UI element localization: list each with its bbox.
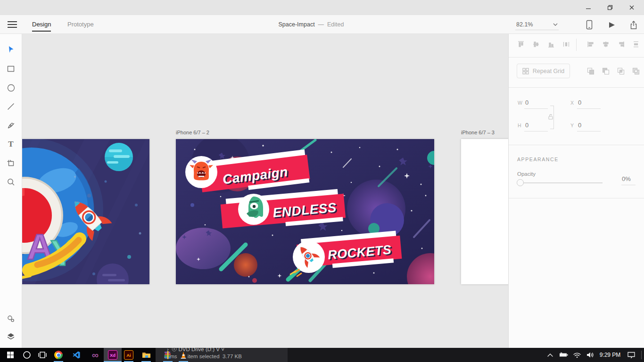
taskbar-explorer-button[interactable] — [139, 348, 153, 362]
tab-prototype[interactable]: Prototype — [67, 15, 94, 34]
artboard-iphone-3[interactable] — [461, 139, 508, 284]
tool-zoom[interactable] — [6, 177, 16, 187]
tray-clock[interactable]: 9:29 PM — [596, 348, 624, 362]
opacity-slider-knob[interactable] — [517, 179, 524, 186]
speaker-icon — [586, 352, 594, 358]
opacity-value[interactable]: 0% — [622, 175, 631, 182]
boolean-intersect-icon — [617, 67, 625, 75]
boolean-subtract-button[interactable] — [602, 67, 610, 75]
align-right-icon — [617, 41, 625, 48]
visual-studio-icon: ∞ — [92, 350, 99, 360]
artboard-label-iphone-2[interactable]: iPhone 6/7 – 2 — [176, 130, 209, 135]
restore-button[interactable] — [599, 0, 621, 15]
height-field-value[interactable]: 0 — [525, 122, 528, 129]
distribute-vertical-button[interactable] — [632, 41, 640, 48]
drive-chevron: ˅ — [221, 348, 224, 352]
boolean-exclude-button[interactable] — [632, 67, 640, 75]
minimize-button[interactable] — [578, 0, 599, 15]
align-center-horizontal-button[interactable] — [602, 41, 610, 48]
tool-text[interactable]: T — [6, 139, 16, 149]
taskbar-vscode-button[interactable] — [69, 348, 83, 362]
align-left-button[interactable] — [587, 41, 594, 48]
cortana-search-button[interactable] — [20, 348, 34, 362]
height-field-underline — [524, 131, 548, 132]
x-field-value[interactable]: 0 — [578, 99, 581, 106]
chrome-icon — [54, 351, 63, 359]
task-view-button[interactable] — [35, 348, 50, 362]
tool-ellipse[interactable] — [6, 82, 16, 93]
y-field-label: Y — [570, 123, 574, 128]
share-button[interactable] — [628, 19, 639, 31]
artboard-iphone-2[interactable]: Campaign Campaign — [176, 139, 434, 284]
align-left-icon — [587, 41, 594, 48]
adobe-illustrator-icon: Ai — [124, 350, 133, 360]
file-explorer-icon — [142, 351, 151, 359]
artboard-iphone-1[interactable]: A Y — [22, 139, 149, 284]
taskbar-xd-button-active[interactable]: Xd — [104, 348, 122, 362]
align-right-button[interactable] — [617, 41, 625, 48]
align-middle-vertical-button[interactable] — [532, 41, 540, 48]
explorer-statusbar-peek: items 1 item selected 3.77 KB — [164, 354, 242, 359]
tool-line[interactable] — [6, 101, 16, 112]
select-cursor-icon — [6, 45, 16, 55]
repeat-grid-icon — [522, 68, 529, 74]
cortana-circle-icon — [23, 351, 31, 359]
align-middle-vertical-icon — [532, 41, 540, 48]
tool-layers[interactable] — [6, 331, 16, 342]
align-bottom-button[interactable] — [547, 41, 555, 48]
x-field-label: X — [570, 100, 574, 106]
desktop-preview-button[interactable] — [606, 19, 617, 31]
tool-artboard[interactable] — [6, 158, 16, 168]
taskbar-vlc-button[interactable] — [176, 348, 190, 362]
battery-icon — [559, 352, 569, 358]
tool-rectangle[interactable] — [6, 64, 16, 74]
show-desktop-button[interactable] — [641, 351, 642, 359]
design-canvas[interactable]: A Y — [22, 34, 508, 348]
taskbar-winrar-button[interactable] — [161, 348, 175, 362]
tool-select[interactable] — [6, 45, 16, 55]
aspect-lock-toggle[interactable] — [548, 113, 553, 122]
text-tool-icon: T — [8, 140, 13, 149]
opacity-slider-track[interactable] — [520, 182, 603, 183]
artboard-1-artwork: A Y — [22, 139, 149, 284]
device-preview-button[interactable] — [584, 19, 595, 31]
width-field-value[interactable]: 0 — [525, 99, 528, 106]
tray-volume-button[interactable] — [584, 348, 596, 362]
align-group-divider — [576, 39, 577, 51]
zoom-level-value: 82.1% — [516, 21, 533, 28]
opacity-label: Opacity — [517, 171, 536, 177]
document-title: Space-Impact — Edited — [222, 15, 401, 34]
tool-assets[interactable] — [6, 313, 16, 324]
repeat-grid-button[interactable]: Repeat Grid — [517, 64, 570, 78]
tray-wifi-button[interactable] — [571, 348, 583, 362]
mobile-device-icon — [586, 20, 593, 30]
windows-logo-icon — [7, 351, 14, 359]
tray-overflow-button[interactable] — [544, 348, 556, 362]
boolean-exclude-icon — [632, 67, 640, 75]
action-center-button[interactable] — [625, 348, 637, 362]
tray-battery-button[interactable] — [558, 348, 570, 362]
align-top-button[interactable] — [517, 41, 525, 48]
zoom-level-select[interactable]: 82.1% — [515, 20, 559, 30]
tab-design[interactable]: Design — [32, 15, 51, 34]
minimize-icon — [586, 5, 591, 10]
width-field-underline — [524, 108, 548, 109]
appearance-heading: APPEARANCE — [517, 156, 559, 162]
explorer-window-peek[interactable]: › DVD Drive (D:) V ˅ items 1 item select… — [156, 348, 288, 362]
pen-icon — [6, 121, 16, 130]
tool-pen[interactable] — [6, 120, 16, 131]
boolean-intersect-button[interactable] — [617, 67, 625, 75]
distribute-horizontal-button[interactable] — [562, 41, 570, 48]
taskbar-visualstudio-button[interactable]: ∞ — [88, 348, 102, 362]
winrar-icon — [164, 351, 172, 359]
start-button[interactable] — [3, 348, 17, 362]
main-menu-button[interactable] — [8, 21, 17, 28]
boolean-add-button[interactable] — [587, 67, 594, 75]
taskbar-illustrator-button[interactable]: Ai — [122, 348, 136, 362]
artboard-label-iphone-3[interactable]: iPhone 6/7 – 3 — [461, 130, 495, 135]
share-export-icon — [629, 20, 638, 30]
y-field-value[interactable]: 0 — [578, 122, 581, 129]
taskbar-chrome-button[interactable] — [51, 348, 66, 362]
repeat-grid-label: Repeat Grid — [533, 68, 564, 74]
close-button[interactable] — [621, 0, 643, 15]
